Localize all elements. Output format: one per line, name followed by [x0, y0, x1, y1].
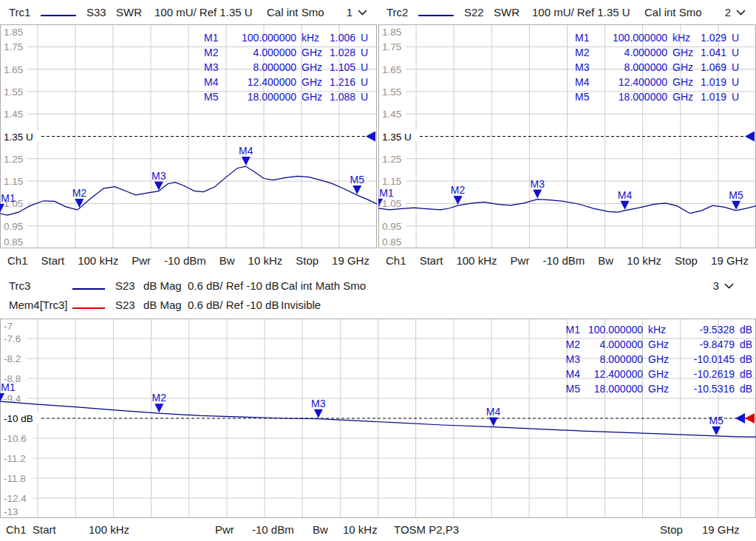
trace3-name[interactable]: Trc3: [9, 279, 72, 292]
y-axis-tick-label: -12.4: [4, 493, 27, 504]
marker-frequency-unit: kHz: [667, 32, 698, 44]
marker-M5-label: M5: [709, 415, 723, 426]
plot-panel-trc1: 1.851.751.651.551.451.35 U1.251.151.050.…: [0, 24, 377, 248]
y-axis-tick-label: 0.95: [4, 221, 23, 232]
power-value[interactable]: -10 dBm: [543, 254, 585, 267]
marker-M4-label: M4: [618, 189, 633, 201]
marker-frequency: 4.000000: [596, 47, 667, 58]
marker-M2-triangle[interactable]: [154, 404, 163, 412]
trace3-channel-dropdown[interactable]: 3: [713, 279, 734, 292]
marker-M5-triangle[interactable]: [353, 186, 361, 194]
stop-value[interactable]: 19 GHz: [702, 523, 740, 536]
marker-M4-triangle[interactable]: [489, 418, 498, 426]
marker-value: -9.5328: [675, 324, 735, 336]
bandwidth-value[interactable]: 10 kHz: [343, 523, 378, 536]
ref-level-arrow-blue[interactable]: [745, 132, 755, 142]
stop-value[interactable]: 19 GHz: [711, 254, 749, 267]
memory4-scale[interactable]: 0.6 dB/ Ref -10 dB: [188, 299, 281, 311]
channel-label[interactable]: Ch1: [7, 254, 28, 267]
marker-value-unit: U: [726, 91, 738, 103]
ref-level-arrow-red[interactable]: [745, 413, 755, 423]
marker-frequency-unit: GHz: [667, 76, 698, 88]
y-axis-tick-label: 1.75: [382, 41, 401, 52]
y-axis-tick-label: 0.85: [4, 237, 23, 248]
trace1-parameter[interactable]: S33: [86, 6, 116, 18]
start-value[interactable]: 100 kHz: [456, 254, 497, 267]
marker-value-unit: U: [355, 32, 367, 44]
chevron-down-icon: [736, 10, 746, 16]
marker-M3-triangle[interactable]: [533, 190, 542, 199]
y-axis-tick-label: 1.35 U: [4, 132, 33, 143]
trace3-header: Trc3 S23 dB Mag 0.6 dB/ Ref -10 dB Cal i…: [0, 276, 724, 295]
marker-M2-label: M2: [451, 184, 466, 196]
marker-M5-triangle[interactable]: [732, 201, 740, 210]
y-axis-tick-label: -11.8: [4, 473, 26, 484]
marker-frequency-unit: GHz: [296, 91, 327, 103]
y-axis-tick-label: 1.65: [4, 64, 23, 75]
chevron-down-icon: [358, 10, 367, 16]
marker-label: M1: [551, 324, 580, 336]
memory4-parameter[interactable]: S23: [115, 299, 143, 311]
marker-M3-triangle[interactable]: [314, 409, 323, 418]
marker-M2-label: M2: [152, 392, 167, 404]
memory4-header: Mem4[Trc3] S23 dB Mag 0.6 dB/ Ref -10 dB…: [0, 296, 724, 314]
marker-frequency-unit: GHz: [667, 61, 698, 73]
marker-M5-triangle[interactable]: [712, 426, 721, 435]
marker-value: 1.029: [698, 32, 726, 44]
marker-M2-label: M2: [72, 187, 87, 199]
trace2-scale[interactable]: 100 mU/ Ref 1.35 U: [532, 6, 644, 18]
marker-frequency-unit: GHz: [667, 91, 698, 103]
trace3-scale[interactable]: 0.6 dB/ Ref -10 dB: [188, 279, 281, 292]
start-value[interactable]: 100 kHz: [78, 254, 118, 267]
marker-frequency: 12.400000: [596, 76, 667, 88]
memory4-visibility-status: Invisible: [281, 299, 724, 311]
power-value[interactable]: -10 dBm: [164, 254, 206, 267]
power-label: Pwr: [511, 254, 530, 267]
y-axis-tick-label: 1.75: [4, 41, 23, 52]
marker-label: M3: [575, 61, 596, 73]
marker-label: M1: [575, 32, 596, 44]
marker-value: 1.006: [327, 32, 355, 44]
marker-label: M2: [551, 338, 580, 350]
ref-level-arrow-blue[interactable]: [735, 413, 745, 423]
stop-value[interactable]: 19 GHz: [332, 254, 370, 267]
marker-M1-label: M1: [1, 381, 16, 393]
trace3-parameter[interactable]: S23: [115, 279, 143, 292]
marker-value: -9.8479: [675, 338, 735, 350]
memory4-name[interactable]: Mem4[Trc3]: [9, 299, 72, 311]
marker-M4-label: M4: [239, 145, 253, 157]
bandwidth-value[interactable]: 10 kHz: [248, 254, 283, 267]
trace1-scale[interactable]: 100 mU/ Ref 1.35 U: [154, 6, 267, 18]
trace1-name[interactable]: Trc1: [9, 6, 41, 18]
ref-level-arrow-blue[interactable]: [366, 132, 375, 142]
trace1-channel-number: 1: [347, 6, 353, 18]
y-axis-tick-label: 1.45: [382, 109, 401, 120]
marker-frequency-unit: GHz: [643, 338, 675, 350]
marker-label: M4: [551, 368, 580, 380]
trace2-format[interactable]: SWR: [494, 6, 532, 18]
channel1-footer-left: Ch1 Start 100 kHz Pwr -10 dBm Bw 10 kHz …: [0, 248, 377, 273]
trace1-channel-dropdown[interactable]: 1: [347, 6, 367, 18]
marker-value-unit: U: [355, 47, 367, 58]
marker-frequency-unit: kHz: [643, 324, 675, 336]
trace1-header: Trc1 S33 SWR 100 mU/ Ref 1.35 U Cal int …: [0, 0, 378, 24]
channel-label[interactable]: Ch1: [6, 523, 27, 536]
calibration-value[interactable]: TOSM P2,P3: [394, 523, 459, 536]
start-value[interactable]: 100 kHz: [89, 523, 129, 536]
y-axis-tick-label: -8.2: [4, 353, 21, 364]
marker-value: 1.019: [698, 91, 726, 103]
marker-value-unit: U: [355, 91, 367, 103]
marker-M4-triangle[interactable]: [242, 157, 251, 166]
power-value[interactable]: -10 dBm: [252, 523, 294, 536]
trace2-name[interactable]: Trc2: [386, 6, 418, 18]
channel1-footer-right: Ch1 Start 100 kHz Pwr -10 dBm Bw 10 kHz …: [378, 248, 756, 273]
marker-M4-triangle[interactable]: [621, 201, 630, 210]
y-axis-tick-label: 0.95: [382, 221, 401, 232]
trace3-format[interactable]: dB Mag: [143, 279, 188, 292]
trace1-format[interactable]: SWR: [116, 6, 154, 18]
trace2-channel-dropdown[interactable]: 2: [725, 6, 746, 18]
bandwidth-value[interactable]: 10 kHz: [627, 254, 661, 267]
trace2-parameter[interactable]: S22: [464, 6, 494, 18]
channel-label[interactable]: Ch1: [386, 254, 406, 267]
memory4-format[interactable]: dB Mag: [143, 299, 188, 311]
